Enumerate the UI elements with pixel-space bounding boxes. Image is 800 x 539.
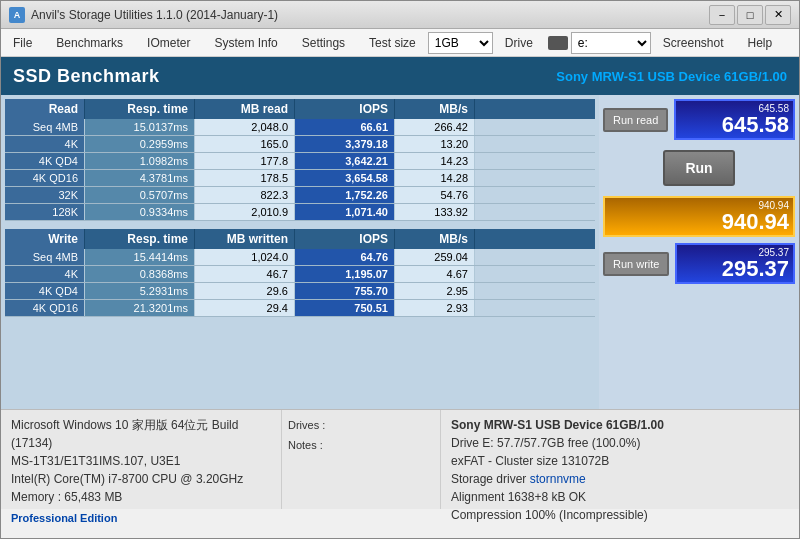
total-score-container: 940.94 940.94 [603, 196, 795, 237]
read-row-2: 4K QD4 1.0982ms 177.8 3,642.21 14.23 [5, 153, 595, 170]
benchmark-table: Read Resp. time MB read IOPS MB/s Seq 4M… [1, 95, 599, 409]
total-score-display: 940.94 940.94 [603, 196, 795, 237]
resp-4k: 0.2959ms [85, 136, 195, 152]
notes-label: Notes : [288, 436, 434, 456]
compress-info: Compression 100% (Incompressible) [451, 506, 789, 524]
read-score-display: 645.58 645.58 [674, 99, 795, 140]
minimize-button[interactable]: − [709, 5, 735, 25]
col-iops-w: IOPS [295, 229, 395, 249]
mbs-4kqd16: 14.28 [395, 170, 475, 186]
mbs-seq4mb: 266.42 [395, 119, 475, 135]
sys-line4: Memory : 65,483 MB [11, 488, 271, 506]
read-score-container: Run read 645.58 645.58 [603, 99, 795, 140]
mb-4kqd4: 177.8 [195, 153, 295, 169]
read-section: Read Resp. time MB read IOPS MB/s Seq 4M… [5, 99, 595, 221]
menu-bar: File Benchmarks IOmeter System Info Sett… [1, 29, 799, 57]
mb-128k: 2,010.9 [195, 204, 295, 220]
write-row-1: 4K 0.8368ms 46.7 1,195.07 4.67 [5, 266, 595, 283]
mb-seq4mb: 2,048.0 [195, 119, 295, 135]
mbs-4kqd16-w: 2.93 [395, 300, 475, 316]
resp-32k: 0.5707ms [85, 187, 195, 203]
menu-benchmarks[interactable]: Benchmarks [44, 29, 135, 57]
drive-icon [548, 36, 568, 50]
fs-info: exFAT - Cluster size 131072B [451, 452, 789, 470]
col-mbs-w: MB/s [395, 229, 475, 249]
mb-4kqd16-w: 29.4 [195, 300, 295, 316]
read-row-5: 128K 0.9334ms 2,010.9 1,071.40 133.92 [5, 204, 595, 221]
mbs-128k: 133.92 [395, 204, 475, 220]
test-size-select[interactable]: 1GB 100MB 4GB [428, 32, 493, 54]
menu-drive-label: Drive [493, 29, 545, 57]
read-row-1: 4K 0.2959ms 165.0 3,379.18 13.20 [5, 136, 595, 153]
resp-4kqd4: 1.0982ms [85, 153, 195, 169]
col-write: Write [5, 229, 85, 249]
iops-4k: 3,379.18 [295, 136, 395, 152]
ssd-device: Sony MRW-S1 USB Device 61GB/1.00 [556, 69, 787, 84]
mb-4kqd16: 178.5 [195, 170, 295, 186]
menu-screenshot[interactable]: Screenshot [651, 29, 736, 57]
run-write-button[interactable]: Run write [603, 252, 669, 276]
iops-4kqd16-w: 750.51 [295, 300, 395, 316]
alignment-info: Alignment 1638+8 kB OK [451, 488, 789, 506]
iops-seq4mb: 66.61 [295, 119, 395, 135]
read-row-0: Seq 4MB 15.0137ms 2,048.0 66.61 266.42 [5, 119, 595, 136]
menu-file[interactable]: File [1, 29, 44, 57]
menu-iometer[interactable]: IOmeter [135, 29, 202, 57]
write-score-display: 295.37 295.37 [675, 243, 795, 284]
menu-system-info[interactable]: System Info [202, 29, 289, 57]
drive-select[interactable]: e: [571, 32, 651, 54]
drives-label: Drives : [288, 416, 434, 436]
read-header-row: Read Resp. time MB read IOPS MB/s [5, 99, 595, 119]
write-score-large: 295.37 [681, 258, 789, 280]
label-seq4mb-write: Seq 4MB [5, 249, 85, 265]
write-header-row: Write Resp. time MB written IOPS MB/s [5, 229, 595, 249]
mb-32k: 822.3 [195, 187, 295, 203]
sys-line1: Microsoft Windows 10 家用版 64位元 Build (171… [11, 416, 271, 452]
app-icon: A [9, 7, 25, 23]
read-row-4: 32K 0.5707ms 822.3 1,752.26 54.76 [5, 187, 595, 204]
title-bar-controls: − □ ✕ [709, 5, 791, 25]
resp-seq4mb-w: 15.4414ms [85, 249, 195, 265]
menu-settings[interactable]: Settings [290, 29, 357, 57]
professional-edition: Professional Edition [11, 510, 271, 527]
ssd-title: SSD Benchmark [13, 66, 160, 87]
menu-help[interactable]: Help [736, 29, 785, 57]
label-4kqd16-write: 4K QD16 [5, 300, 85, 316]
col-resp-time-w: Resp. time [85, 229, 195, 249]
col-mbs: MB/s [395, 99, 475, 119]
write-row-3: 4K QD16 21.3201ms 29.4 750.51 2.93 [5, 300, 595, 317]
label-32k-read: 32K [5, 187, 85, 203]
resp-4kqd16: 4.3781ms [85, 170, 195, 186]
bottom-right: Sony MRW-S1 USB Device 61GB/1.00 Drive E… [441, 410, 799, 509]
mbs-32k: 54.76 [395, 187, 475, 203]
mbs-4kqd4-w: 2.95 [395, 283, 475, 299]
sys-line2: MS-1T31/E1T31IMS.107, U3E1 [11, 452, 271, 470]
resp-4kqd16-w: 21.3201ms [85, 300, 195, 316]
label-4kqd4-write: 4K QD4 [5, 283, 85, 299]
mb-4kqd4-w: 29.6 [195, 283, 295, 299]
mbs-4k-w: 4.67 [395, 266, 475, 282]
label-4k-read: 4K [5, 136, 85, 152]
iops-32k: 1,752.26 [295, 187, 395, 203]
resp-128k: 0.9334ms [85, 204, 195, 220]
title-bar: A Anvil's Storage Utilities 1.1.0 (2014-… [1, 1, 799, 29]
mbs-4kqd4: 14.23 [395, 153, 475, 169]
drive-info: Drive E: 57.7/57.7GB free (100.0%) [451, 434, 789, 452]
col-read: Read [5, 99, 85, 119]
write-row-0: Seq 4MB 15.4414ms 1,024.0 64.76 259.04 [5, 249, 595, 266]
run-read-button[interactable]: Run read [603, 108, 668, 132]
col-mb-read: MB read [195, 99, 295, 119]
driver-name: stornnvme [530, 472, 586, 486]
menu-test-size-label: Test size [357, 29, 428, 57]
iops-4kqd4-w: 755.70 [295, 283, 395, 299]
col-mb-written: MB written [195, 229, 295, 249]
device-info: Sony MRW-S1 USB Device 61GB/1.00 [451, 416, 789, 434]
close-button[interactable]: ✕ [765, 5, 791, 25]
resp-seq4mb: 15.0137ms [85, 119, 195, 135]
ssd-header: SSD Benchmark Sony MRW-S1 USB Device 61G… [1, 57, 799, 95]
iops-128k: 1,071.40 [295, 204, 395, 220]
maximize-button[interactable]: □ [737, 5, 763, 25]
run-button[interactable]: Run [663, 150, 734, 186]
resp-4k-w: 0.8368ms [85, 266, 195, 282]
resp-4kqd4-w: 5.2931ms [85, 283, 195, 299]
